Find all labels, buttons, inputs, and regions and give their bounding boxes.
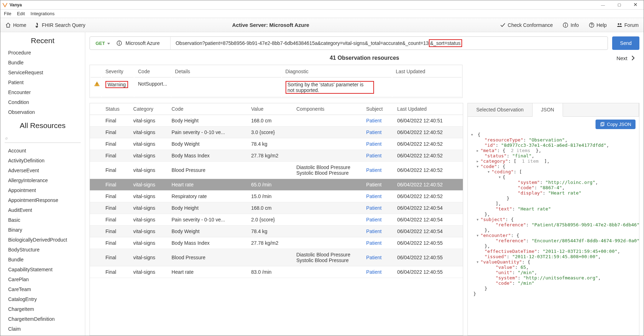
observation-row[interactable]: Final vital-signs Respiratory rate 15.0 … <box>90 191 463 202</box>
obs-subject-link[interactable]: Patient <box>366 228 382 234</box>
svg-rect-10 <box>97 83 97 85</box>
window-minimize-button[interactable]: — <box>595 0 611 10</box>
menu-file[interactable]: File <box>4 11 11 16</box>
oo-code: NotSupport... <box>134 78 171 97</box>
obs-hdr-category[interactable]: Category <box>130 103 168 115</box>
obs-subject-link[interactable]: Patient <box>366 193 382 199</box>
obs-hdr-code[interactable]: Code <box>168 103 248 115</box>
sidebar-recent-item[interactable]: Patient <box>0 77 85 87</box>
obs-category: vital-signs <box>130 138 168 150</box>
resource-search-input[interactable] <box>5 134 81 143</box>
sidebar-all-item[interactable]: AllergyIntolerance <box>0 175 85 185</box>
app-title: Vanya <box>10 2 22 7</box>
sidebar-recent-item[interactable]: Encounter <box>0 87 85 97</box>
info-button[interactable]: Info <box>563 22 579 28</box>
obs-subject-link[interactable]: Patient <box>366 205 382 211</box>
obs-subject-link[interactable]: Patient <box>366 269 382 275</box>
observation-row[interactable]: Final vital-signs Body Height 168.0 cm P… <box>90 202 463 214</box>
sidebar-all-item[interactable]: ChargeItemDefinition <box>0 314 85 324</box>
obs-subject-link[interactable]: Patient <box>366 118 382 123</box>
sidebar-all-item[interactable]: BiologicallyDerivedProduct <box>0 235 85 245</box>
sidebar-all-item[interactable]: CatalogEntry <box>0 294 85 304</box>
fhir-search-button[interactable]: FHIR Search Query <box>34 22 85 28</box>
obs-hdr-value[interactable]: Value <box>248 103 293 115</box>
obs-code: Body Mass Index <box>168 237 248 249</box>
sidebar-all-item[interactable]: Claim <box>0 324 85 334</box>
copy-json-button[interactable]: Copy JSON <box>596 120 636 129</box>
forum-icon <box>617 22 622 28</box>
sidebar-all-item[interactable]: ChargeItem <box>0 304 85 314</box>
check-conformance-button[interactable]: Check Conformance <box>500 22 553 28</box>
sidebar-all-item[interactable]: BodyStructure <box>0 245 85 255</box>
send-button[interactable]: Send <box>612 36 639 50</box>
obs-hdr-updated[interactable]: Last Updated <box>394 103 463 115</box>
sidebar-all-item[interactable]: AdverseEvent <box>0 166 85 175</box>
sidebar-all-item[interactable]: Binary <box>0 225 85 235</box>
window-maximize-button[interactable]: ▢ <box>611 0 627 10</box>
svg-rect-11 <box>97 85 97 86</box>
obs-subject-link[interactable]: Patient <box>366 167 382 173</box>
sidebar-recent-item[interactable]: Condition <box>0 97 85 107</box>
obs-hdr-components[interactable]: Components <box>293 103 362 115</box>
oo-hdr-severity: Severity <box>102 66 134 77</box>
obs-subject-link[interactable]: Patient <box>366 255 382 260</box>
obs-hdr-subject[interactable]: Subject <box>363 103 394 115</box>
obs-subject-link[interactable]: Patient <box>366 182 382 187</box>
obs-updated: 06/04/2022 12:40:51 <box>394 115 463 127</box>
observation-row[interactable]: Final vital-signs Body Weight 78.4 kg Pa… <box>90 226 463 237</box>
observation-row[interactable]: Final vital-signs Pain severity - 0-10 v… <box>90 214 463 226</box>
observations-table-wrap[interactable]: Status Category Code Value Components Su… <box>90 103 463 336</box>
obs-subject-link[interactable]: Patient <box>366 153 382 158</box>
tab-selected-observation[interactable]: Selected Observation <box>468 103 533 116</box>
request-url-input[interactable]: Observation?patient=875b8956-9b91-47e2-8… <box>176 39 608 47</box>
home-button[interactable]: Home <box>5 22 26 28</box>
observation-row[interactable]: Final vital-signs Body Weight 78.4 kg Pa… <box>90 138 463 150</box>
tab-json[interactable]: JSON <box>533 103 563 117</box>
oo-row[interactable]: Warning NotSupport... Sorting by the 'st… <box>91 78 461 97</box>
obs-updated: 06/04/2022 12:40:52 <box>394 191 463 202</box>
observation-row[interactable]: Final vital-signs Heart rate 65.0 /min P… <box>90 179 463 191</box>
forum-button[interactable]: Forum <box>617 22 639 28</box>
sidebar-all-item[interactable]: Appointment <box>0 185 85 195</box>
sidebar-all-item[interactable]: Account <box>0 146 85 156</box>
oo-details <box>172 78 281 97</box>
forum-label: Forum <box>625 22 639 28</box>
info-icon[interactable] <box>116 40 122 46</box>
obs-updated: 06/04/2022 12:40:52 <box>394 127 463 138</box>
sidebar-all-item[interactable]: ClaimResponse <box>0 334 85 336</box>
observation-row[interactable]: Final vital-signs Blood Pressure Diastol… <box>90 249 463 266</box>
sidebar-all-item[interactable]: AppointmentResponse <box>0 195 85 205</box>
sidebar-recent-item[interactable]: Bundle <box>0 58 85 68</box>
observation-row[interactable]: Final vital-signs Pain severity - 0-10 v… <box>90 127 463 138</box>
obs-updated: 06/04/2022 12:40:55 <box>394 249 463 266</box>
sidebar-recent-item[interactable]: ServiceRequest <box>0 68 85 77</box>
observation-row[interactable]: Final vital-signs Body Height 168.0 cm P… <box>90 115 463 127</box>
window-close-button[interactable]: ✕ <box>627 0 644 10</box>
obs-subject-link[interactable]: Patient <box>366 141 382 147</box>
next-page-button[interactable]: Next <box>572 55 636 61</box>
obs-subject-link[interactable]: Patient <box>366 240 382 246</box>
obs-subject-link[interactable]: Patient <box>366 129 382 135</box>
sidebar-recent-item[interactable]: Observation <box>0 107 85 117</box>
observation-row[interactable]: Final vital-signs Body Mass Index 27.78 … <box>90 237 463 249</box>
obs-hdr-status[interactable]: Status <box>102 103 130 115</box>
info-icon <box>563 22 568 28</box>
observation-row[interactable]: Final vital-signs Heart rate 83.0 /min P… <box>90 266 463 278</box>
observation-row[interactable]: Final vital-signs Body Mass Index 27.78 … <box>90 150 463 162</box>
sidebar-recent-item[interactable]: Procedure <box>0 48 85 58</box>
sidebar-all-item[interactable]: CareTeam <box>0 284 85 294</box>
http-method-dropdown[interactable]: GET <box>90 41 113 46</box>
sidebar-all-item[interactable]: ActivityDefinition <box>0 156 85 166</box>
menu-integrations[interactable]: Integrations <box>30 11 54 16</box>
sidebar-all-item[interactable]: Basic <box>0 215 85 225</box>
help-button[interactable]: Help <box>589 22 607 28</box>
json-viewer[interactable]: ▾ { "resourceType": "Observation", "id":… <box>468 132 639 335</box>
obs-subject-link[interactable]: Patient <box>366 217 382 222</box>
menu-edit[interactable]: Edit <box>17 11 25 16</box>
obs-code: Body Weight <box>168 138 248 150</box>
sidebar-all-item[interactable]: CarePlan <box>0 274 85 284</box>
sidebar-all-item[interactable]: AuditEvent <box>0 205 85 215</box>
observation-row[interactable]: Final vital-signs Blood Pressure Diastol… <box>90 162 463 179</box>
sidebar-all-item[interactable]: Bundle <box>0 255 85 265</box>
sidebar-all-item[interactable]: CapabilityStatement <box>0 265 85 274</box>
